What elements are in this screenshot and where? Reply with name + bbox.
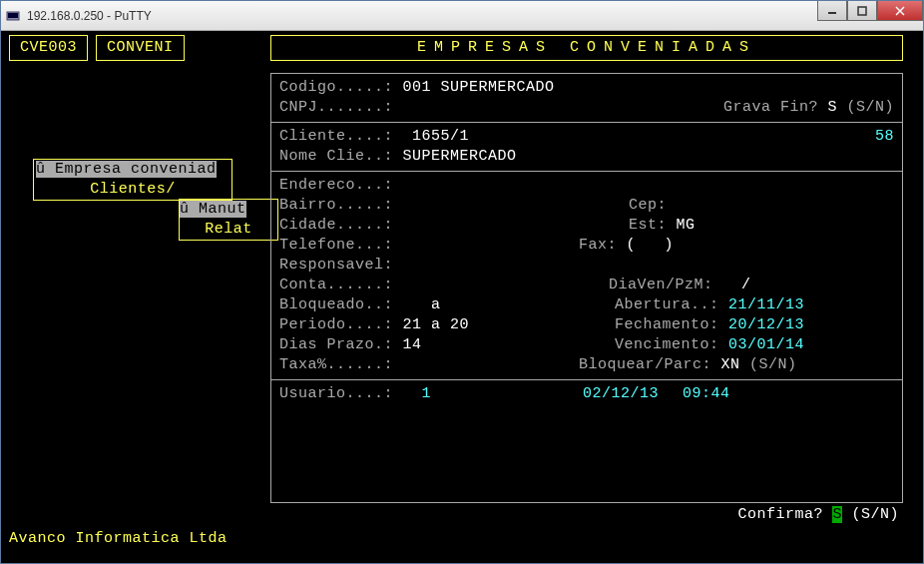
bloqueado-label: Bloqueado..:	[279, 295, 393, 315]
bloquear-value: XN	[711, 355, 740, 375]
close-button[interactable]	[877, 1, 923, 21]
module-box: CONVENI	[96, 35, 185, 61]
row-bairro: Bairro.....: Cep:	[279, 196, 894, 216]
code-box: CVE003	[9, 35, 88, 61]
usuario-value: 1	[393, 384, 583, 404]
bloqueado-value: a	[393, 295, 615, 315]
cnpj-value	[393, 98, 723, 118]
periodo-value: 21 a 20	[393, 315, 615, 335]
submenu-item-manut[interactable]: û Manut	[180, 200, 277, 220]
periodo-label: Periodo....:	[279, 315, 393, 335]
row-conta: Conta......: DiaVen/PzM: /	[279, 276, 894, 295]
cnpj-label: CNPJ.......:	[279, 98, 393, 118]
vencimento-value: 03/01/14	[719, 335, 805, 355]
submenu-item-label: Relat	[205, 221, 252, 238]
fechamento-label: Fechamento:	[615, 315, 719, 335]
nomeclie-value: SUPERMERCADO	[393, 147, 517, 167]
fax-value: ( )	[617, 236, 674, 256]
bloquear-hint: (S/N)	[740, 355, 797, 375]
maximize-button[interactable]	[847, 1, 877, 21]
row-periodo: Periodo....: 21 a 20 Fechamento: 20/12/1…	[279, 315, 894, 335]
confirm-hint: (S/N)	[842, 506, 899, 523]
row-codigo: Codigo.....: 001 SUPERMERCADO	[279, 78, 894, 98]
menu-item-empresa[interactable]: û Empresa conveniad	[34, 160, 231, 180]
submenu-item-mark: û	[180, 201, 190, 218]
usuario-date: 02/12/13	[583, 384, 683, 404]
top-boxes: CVE003 CONVENI	[9, 35, 193, 61]
row-cidade: Cidade.....: Est: MG	[279, 216, 894, 236]
minimize-button[interactable]	[817, 1, 847, 21]
footer: Avanco Informatica Ltda	[9, 529, 228, 549]
titlebar: 192.168.0.250 - PuTTY	[1, 1, 923, 31]
header-banner: EMPRESAS CONVENIADAS	[270, 35, 903, 61]
side-menu: û Empresa conveniad Clientes/	[33, 159, 232, 201]
fechamento-value: 20/12/13	[719, 315, 805, 335]
window: 192.168.0.250 - PuTTY CVE003 CONVENI EMP…	[0, 0, 924, 564]
gravafin-hint: (S/N)	[837, 98, 894, 118]
diasprazo-value: 14	[393, 335, 615, 355]
cep-label: Cep:	[629, 196, 667, 216]
submenu-item-label: Manut	[190, 201, 246, 218]
window-title: 192.168.0.250 - PuTTY	[27, 9, 152, 23]
confirm-label: Confirma?	[737, 506, 832, 523]
confirm-value[interactable]: S	[832, 506, 842, 523]
window-controls	[817, 1, 923, 21]
menu-item-label: Clientes/	[90, 181, 176, 198]
row-taxa: Taxa%......: Bloquear/Parc: XN (S/N)	[279, 355, 894, 375]
diasprazo-label: Dias Prazo.:	[279, 335, 393, 355]
fax-label: Fax:	[579, 236, 617, 256]
abertura-value: 21/11/13	[719, 295, 805, 315]
codigo-value: 001 SUPERMERCADO	[393, 78, 555, 98]
putty-icon	[5, 8, 21, 24]
nomeclie-label: Nome Clie..:	[279, 147, 393, 167]
vencimento-label: Vencimento:	[615, 335, 719, 355]
main-panel: Codigo.....: 001 SUPERMERCADO CNPJ......…	[270, 73, 903, 503]
est-label: Est:	[629, 216, 667, 236]
est-value: MG	[667, 216, 695, 236]
menu-item-label: Empresa conveniad	[46, 161, 217, 178]
cidade-label: Cidade.....:	[279, 216, 629, 236]
telefone-label: Telefone...:	[279, 236, 579, 256]
row-diasprazo: Dias Prazo.: 14 Vencimento: 03/01/14	[279, 335, 894, 355]
svg-rect-1	[8, 13, 18, 18]
responsavel-label: Responsavel:	[279, 256, 393, 276]
row-cliente: Cliente....: 1655/1 58	[279, 127, 894, 147]
cliente-right: 58	[875, 127, 894, 147]
diaven-value: /	[713, 276, 751, 295]
cliente-label: Cliente....:	[279, 127, 393, 147]
row-telefone: Telefone...: Fax: ( )	[279, 236, 894, 256]
usuario-label: Usuario....:	[279, 384, 393, 404]
endereco-label: Endereco...:	[279, 176, 393, 196]
diaven-label: DiaVen/PzM:	[609, 276, 713, 295]
row-cnpj: CNPJ.......: Grava Fin? S (S/N)	[279, 98, 894, 118]
bairro-label: Bairro.....:	[279, 196, 629, 216]
row-usuario: Usuario....: 1 02/12/13 09:44	[279, 384, 894, 404]
gravafin-value[interactable]: S	[827, 98, 837, 118]
confirm-prompt: Confirma? S (S/N)	[737, 505, 899, 525]
row-bloqueado: Bloqueado..: a Abertura..: 21/11/13	[279, 295, 894, 315]
taxa-label: Taxa%......:	[279, 355, 579, 375]
code-label: CVE003	[20, 39, 77, 56]
svg-rect-3	[858, 7, 866, 15]
usuario-time: 09:44	[683, 384, 730, 404]
gravafin-label: Grava Fin?	[723, 98, 828, 118]
row-responsavel: Responsavel:	[279, 256, 894, 276]
row-endereco: Endereco...:	[279, 176, 894, 196]
terminal[interactable]: CVE003 CONVENI EMPRESAS CONVENIADAS û Em…	[1, 31, 923, 563]
bloquear-label: Bloquear/Parc:	[579, 355, 711, 375]
footer-text: Avanco Informatica Ltda	[9, 530, 228, 547]
banner-text: EMPRESAS CONVENIADAS	[417, 39, 756, 56]
row-nomeclie: Nome Clie..: SUPERMERCADO	[279, 147, 894, 167]
submenu: û Manut Relat	[179, 199, 278, 241]
codigo-label: Codigo.....:	[279, 78, 393, 98]
submenu-item-relat[interactable]: Relat	[180, 220, 277, 240]
abertura-label: Abertura..:	[615, 295, 719, 315]
cliente-value: 1655/1	[393, 127, 469, 147]
conta-label: Conta......:	[279, 276, 609, 295]
menu-item-clientes[interactable]: Clientes/	[34, 180, 231, 200]
module-label: CONVENI	[107, 39, 174, 56]
menu-item-mark: û	[36, 161, 46, 178]
